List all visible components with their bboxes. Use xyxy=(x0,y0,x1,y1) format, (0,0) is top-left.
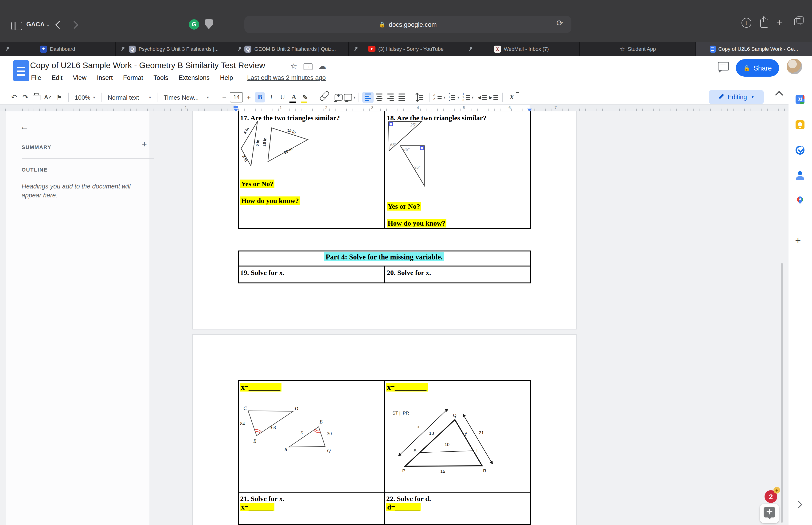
forward-icon[interactable] xyxy=(70,21,78,29)
document-page-2[interactable]: x=_________ x=_________ C D B xyxy=(193,335,576,525)
answer-19-blank[interactable]: x=_________ xyxy=(240,384,281,391)
svg-text:18 in: 18 in xyxy=(287,128,296,135)
numbered-list-icon[interactable]: 123▾ xyxy=(462,92,474,103)
star-document-icon[interactable]: ☆ xyxy=(290,62,297,71)
align-left-icon[interactable] xyxy=(363,92,374,103)
profile-button[interactable]: GACA ⌄ xyxy=(26,21,50,28)
show-side-panel-icon[interactable] xyxy=(795,501,802,508)
menu-help[interactable]: Help xyxy=(220,74,233,81)
pin-icon xyxy=(120,46,125,52)
tab-geom-flashcards[interactable]: Q GEOM B Unit 2 Flashcards | Quiz... xyxy=(232,42,349,56)
share-sheet-icon[interactable] xyxy=(760,19,768,28)
outline-heading: OUTLINE xyxy=(21,167,48,172)
document-title[interactable]: Copy of U2L6 Sample Work - Geometry B Si… xyxy=(30,61,265,71)
question-20-figure: ST || PR Q x 18 y 21 10 S T P 15 R xyxy=(385,403,532,482)
tasks-icon[interactable] xyxy=(796,146,805,155)
tab-psychology-flashcards[interactable]: Q Psychology B Unit 3 Flashcards |... xyxy=(116,42,232,56)
tab-google-docs-active[interactable]: Copy of U2L6 Sample Work - Ge... xyxy=(696,42,812,56)
share-button[interactable]: 🔒 Share xyxy=(736,59,779,77)
highlight-color-icon[interactable]: ✎ xyxy=(300,92,311,103)
align-center-icon[interactable] xyxy=(374,92,385,103)
spellcheck-icon[interactable]: A✓ xyxy=(42,92,53,103)
insert-image-icon[interactable]: ▾ xyxy=(344,92,355,103)
close-panel-icon[interactable]: ← xyxy=(20,122,29,132)
menu-edit[interactable]: Edit xyxy=(52,74,63,81)
pin-icon xyxy=(468,46,473,52)
grammarly-icon[interactable]: G xyxy=(189,19,199,30)
svg-text:15: 15 xyxy=(440,469,445,474)
menu-file[interactable]: File xyxy=(31,74,41,81)
scrollbar[interactable] xyxy=(781,263,783,523)
svg-text:5 in: 5 in xyxy=(255,139,260,147)
clear-formatting-icon[interactable]: X xyxy=(506,92,517,103)
answer-20-blank[interactable]: x=_________ xyxy=(386,384,427,391)
line-spacing-icon[interactable] xyxy=(415,92,426,103)
text-color-icon[interactable]: A xyxy=(288,92,300,103)
address-bar[interactable]: 🔒 docs.google.com xyxy=(244,16,571,33)
document-page-1[interactable]: 17. Are the two triangles similar? 4 in … xyxy=(193,111,576,329)
add-summary-icon[interactable]: + xyxy=(142,139,147,149)
menu-insert[interactable]: Insert xyxy=(97,74,113,81)
add-comment-icon[interactable]: + xyxy=(333,92,344,103)
font-select[interactable]: Times New...▾ xyxy=(161,94,212,101)
menu-tools[interactable]: Tools xyxy=(153,74,168,81)
svg-text:R: R xyxy=(483,468,486,473)
contacts-icon[interactable] xyxy=(796,171,805,180)
menu-extensions[interactable]: Extensions xyxy=(179,74,210,81)
bold-icon[interactable]: B xyxy=(255,92,266,103)
open-comments-icon[interactable] xyxy=(718,62,729,71)
justify-icon[interactable] xyxy=(396,92,408,103)
decrease-font-icon[interactable]: − xyxy=(219,92,230,103)
calendar-icon[interactable]: 31 xyxy=(796,95,805,104)
menu-view[interactable]: View xyxy=(73,74,87,81)
insert-link-icon[interactable] xyxy=(318,92,329,103)
redo-icon[interactable]: ↷ xyxy=(20,92,31,103)
downloads-icon[interactable]: ↓ xyxy=(741,18,751,28)
styles-select[interactable]: Normal text▾ xyxy=(105,94,154,101)
sidebar-toggle-icon[interactable] xyxy=(11,21,22,30)
editing-mode-button[interactable]: Editing ▼ xyxy=(709,90,764,104)
tab-overview-icon[interactable] xyxy=(794,18,801,25)
bullet-list-icon[interactable]: •••▾ xyxy=(448,92,460,103)
increase-indent-icon[interactable]: ▸ xyxy=(488,92,499,103)
decrease-indent-icon[interactable]: ◂ xyxy=(476,92,488,103)
docs-app-icon[interactable] xyxy=(13,60,29,81)
italic-icon[interactable]: I xyxy=(266,92,277,103)
zoom-select[interactable]: 100%▾ xyxy=(72,94,98,101)
underline-icon[interactable]: U xyxy=(277,92,288,103)
tab-webmail[interactable]: X WebMail - Inbox (7) xyxy=(463,42,580,56)
indent-marker[interactable] xyxy=(233,106,238,108)
print-icon[interactable] xyxy=(31,92,42,103)
reload-icon[interactable]: ⟳ xyxy=(556,18,563,28)
answer-21-blank[interactable]: x=_______ xyxy=(240,504,274,511)
move-folder-icon[interactable]: → xyxy=(304,63,312,70)
side-panel-rail: 31 + xyxy=(788,88,812,525)
answer-22-blank[interactable]: d=_______ xyxy=(386,504,421,511)
back-icon[interactable] xyxy=(55,21,63,29)
svg-text:65°: 65° xyxy=(390,142,396,147)
svg-text:4 in: 4 in xyxy=(243,127,250,135)
get-addons-icon[interactable]: + xyxy=(795,235,801,246)
account-avatar[interactable] xyxy=(787,59,802,74)
maps-icon[interactable] xyxy=(796,196,805,205)
tab-youtube[interactable]: (3) Halsey - Sorry - YouTube xyxy=(349,42,463,56)
assistant-button[interactable] xyxy=(760,504,779,523)
checklist-icon[interactable]: ✓✓▾ xyxy=(433,92,445,103)
tab-dashboard[interactable]: ★ Dashboard xyxy=(0,42,116,56)
keep-icon[interactable] xyxy=(796,120,805,129)
tab-student-app[interactable]: ☆ Student App xyxy=(580,42,696,56)
question-17-yes-no: Yes or No? xyxy=(240,180,274,188)
shield-icon[interactable] xyxy=(205,19,213,29)
part4-header: Part 4: Solve for the missing variable. xyxy=(238,253,531,261)
increase-font-icon[interactable]: + xyxy=(243,92,255,103)
svg-text:C: C xyxy=(243,405,247,411)
paint-format-icon[interactable]: ⚑ xyxy=(53,92,65,103)
align-right-icon[interactable] xyxy=(385,92,396,103)
question-19-figure: C D B B R Q x 84 168 30 xyxy=(238,404,384,465)
new-tab-icon[interactable]: + xyxy=(776,17,782,29)
font-size-input[interactable]: 14 xyxy=(230,92,243,103)
hide-menus-icon[interactable] xyxy=(775,91,783,99)
last-edit-link[interactable]: Last edit was 2 minutes ago xyxy=(247,74,326,81)
undo-icon[interactable]: ↶ xyxy=(9,92,20,103)
menu-format[interactable]: Format xyxy=(123,74,143,81)
